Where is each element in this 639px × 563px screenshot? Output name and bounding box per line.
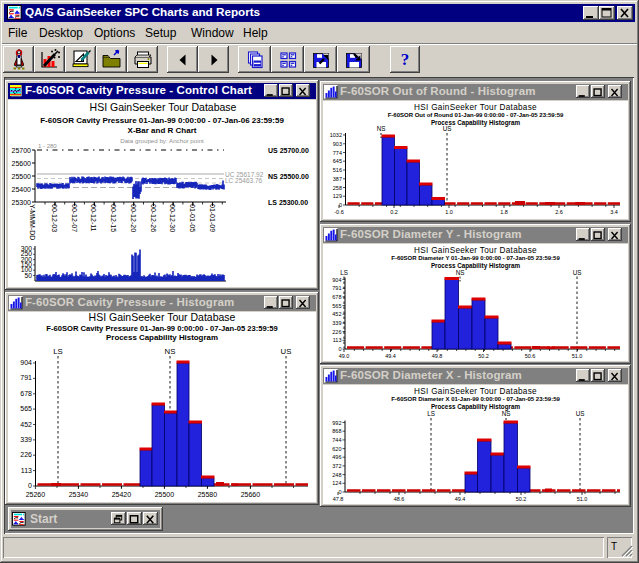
svg-text:124: 124 [332, 480, 341, 486]
svg-text:00-12-11: 00-12-11 [90, 204, 97, 232]
svg-text:US: US [576, 410, 585, 417]
svg-text:387: 387 [333, 176, 342, 182]
svg-text:516: 516 [333, 167, 342, 173]
svg-text:F-60SOR Out of Round 01-Jan-9: F-60SOR Out of Round 01-Jan-99 0:00:00 -… [388, 112, 564, 118]
svg-text:LC 25463.76: LC 25463.76 [225, 177, 263, 184]
svg-text:49.0: 49.0 [339, 353, 350, 359]
svg-text:3.4: 3.4 [610, 209, 618, 215]
svg-text:620: 620 [332, 446, 341, 452]
svg-text:1032: 1032 [330, 132, 342, 138]
svg-text:00-12-15: 00-12-15 [110, 204, 117, 232]
svg-text:F-60SOR Cavity Pressure 01-Ja: F-60SOR Cavity Pressure 01-Jan-99 0:00:0… [46, 324, 277, 333]
svg-text:339: 339 [332, 320, 341, 326]
svg-text:F-60SOR Diameter Y 01-Jan-99: F-60SOR Diameter Y 01-Jan-99 0:00:00 - 0… [391, 255, 560, 261]
svg-text:50.2: 50.2 [478, 353, 489, 359]
svg-text:HSI GainSeeker Tour Database: HSI GainSeeker Tour Database [90, 101, 237, 113]
svg-text:Data grouped by: Anchor point: Data grouped by: Anchor point [120, 137, 204, 144]
svg-text:904: 904 [20, 359, 32, 366]
svg-text:-0.6: -0.6 [334, 209, 343, 215]
svg-text:678: 678 [20, 390, 32, 397]
svg-text:0: 0 [338, 489, 341, 495]
svg-text:1.8: 1.8 [500, 209, 508, 215]
svg-text:25400: 25400 [12, 186, 32, 193]
svg-text:113: 113 [21, 467, 32, 474]
svg-text:US: US [281, 347, 292, 356]
svg-text:50.2: 50.2 [516, 496, 527, 502]
svg-text:2.6: 2.6 [555, 209, 563, 215]
svg-text:372: 372 [332, 463, 341, 469]
svg-text:51.0: 51.0 [577, 496, 588, 502]
svg-text:US: US [573, 269, 582, 276]
svg-text:0.2: 0.2 [390, 209, 398, 215]
svg-text:47.8: 47.8 [333, 496, 344, 502]
svg-text:50: 50 [24, 272, 32, 279]
svg-text:496: 496 [332, 454, 341, 460]
svg-text:01-01-05: 01-01-05 [189, 204, 196, 232]
svg-text:645: 645 [333, 158, 342, 164]
svg-text:992: 992 [332, 420, 341, 426]
svg-text:Y-MMM-DD: Y-MMM-DD [29, 204, 36, 240]
svg-text:25260: 25260 [26, 491, 46, 498]
svg-text:HSI GainSeeker Tour Database: HSI GainSeeker Tour Database [414, 103, 537, 112]
svg-text:NS: NS [377, 126, 386, 132]
svg-text:00-12-20: 00-12-20 [130, 204, 137, 232]
svg-text:744: 744 [332, 437, 341, 443]
svg-text:25580: 25580 [198, 491, 218, 498]
svg-text:248: 248 [332, 472, 341, 478]
svg-text:US 25700.00: US 25700.00 [268, 147, 309, 154]
svg-text:129: 129 [333, 193, 342, 199]
svg-text:113: 113 [333, 337, 342, 343]
svg-text:1.0: 1.0 [445, 209, 453, 215]
svg-text:X-Bar and R Chart: X-Bar and R Chart [128, 126, 197, 135]
svg-text:226: 226 [332, 329, 341, 335]
svg-text:452: 452 [20, 421, 32, 428]
svg-text:HSI GainSeeker Tour Database: HSI GainSeeker Tour Database [414, 387, 537, 396]
svg-text:F-60SOR Diameter X 01-Jan-99: F-60SOR Diameter X 01-Jan-99 0:00:00 - 0… [391, 396, 560, 402]
svg-text:00-12-03: 00-12-03 [51, 204, 58, 232]
svg-text:565: 565 [20, 405, 32, 412]
svg-text:LS 25300.00: LS 25300.00 [268, 199, 308, 206]
svg-text:25660: 25660 [241, 491, 261, 498]
svg-text:LS: LS [340, 269, 348, 276]
svg-text:NS: NS [502, 410, 511, 417]
svg-text:868: 868 [332, 428, 341, 434]
svg-text:452: 452 [332, 311, 341, 317]
svg-text:25340: 25340 [69, 491, 89, 498]
svg-text:565: 565 [332, 303, 341, 309]
svg-text:LS: LS [427, 410, 435, 417]
svg-text:HSI GainSeeker Tour Database: HSI GainSeeker Tour Database [414, 246, 537, 255]
svg-text:NS: NS [165, 347, 176, 356]
svg-text:258: 258 [333, 185, 342, 191]
svg-text:25500: 25500 [155, 491, 175, 498]
svg-text:HSI GainSeeker Tour Database: HSI GainSeeker Tour Database [89, 311, 236, 323]
svg-text:903: 903 [333, 141, 342, 147]
svg-text:1 - 280: 1 - 280 [38, 143, 57, 149]
svg-text:LS: LS [53, 347, 63, 356]
svg-text:25600: 25600 [12, 160, 32, 167]
svg-text:F-60SOR Cavity Pressure 01-Ja: F-60SOR Cavity Pressure 01-Jan-99 0:00:0… [40, 116, 284, 125]
svg-text:00-12-07: 00-12-07 [71, 204, 78, 232]
svg-text:00-12-30: 00-12-30 [169, 204, 176, 232]
svg-text:NS 25500.00: NS 25500.00 [268, 173, 309, 180]
svg-text:49.4: 49.4 [455, 496, 466, 502]
svg-text:25420: 25420 [112, 491, 132, 498]
svg-text:49.4: 49.4 [385, 353, 396, 359]
svg-text:791: 791 [20, 374, 32, 381]
svg-text:25300: 25300 [12, 199, 32, 206]
svg-text:Process Capability Histogram: Process Capability Histogram [106, 333, 218, 342]
svg-text:25500: 25500 [12, 173, 32, 180]
svg-text:00-12-26: 00-12-26 [150, 204, 157, 232]
svg-text:51.0: 51.0 [572, 353, 583, 359]
svg-text:25700: 25700 [12, 147, 32, 154]
svg-text:NS: NS [456, 269, 465, 276]
svg-text:48.6: 48.6 [394, 496, 405, 502]
svg-text:49.8: 49.8 [432, 353, 443, 359]
svg-text:904: 904 [332, 277, 341, 283]
svg-text:791: 791 [332, 285, 341, 291]
svg-text:0: 0 [338, 346, 341, 352]
svg-text:339: 339 [20, 436, 32, 443]
svg-text:01-01-09: 01-01-09 [209, 204, 216, 232]
svg-text:US: US [443, 126, 452, 132]
svg-text:678: 678 [332, 294, 341, 300]
svg-text:50.6: 50.6 [525, 353, 536, 359]
